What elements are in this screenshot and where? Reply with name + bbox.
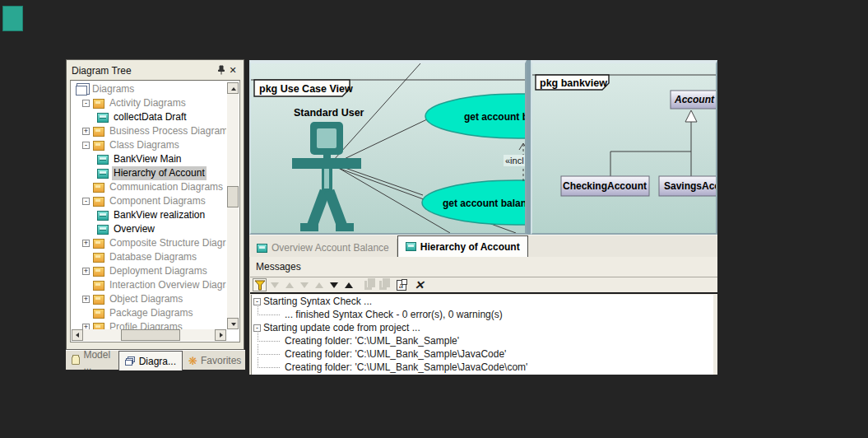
- expand-icon[interactable]: +: [82, 128, 90, 135]
- collapse-icon[interactable]: -: [82, 142, 90, 149]
- use-case-canvas[interactable]: pkg Use Case View get account ba: [251, 63, 525, 233]
- expand-icon[interactable]: +: [82, 324, 90, 329]
- tree-item-activity-diagrams[interactable]: -Activity Diagrams: [72, 96, 226, 110]
- tree-item-package-diagrams[interactable]: Package Diagrams: [72, 306, 226, 320]
- log-row[interactable]: ... finished Syntax Check - 0 error(s), …: [252, 308, 713, 321]
- scroll-left-icon[interactable]: [72, 329, 83, 341]
- database-diagrams-icon: [93, 253, 104, 263]
- select-all-icon[interactable]: a: [394, 278, 408, 291]
- class-account[interactable]: Account: [671, 91, 716, 109]
- jump-up-icon[interactable]: [282, 278, 296, 291]
- model-folder-icon: [72, 356, 80, 365]
- tree-item-communication-diagrams[interactable]: Communication Diagrams: [72, 180, 226, 194]
- messages-log: -Starting Syntax Check ... ... finished …: [251, 295, 713, 375]
- tree-item-deployment-diagrams[interactable]: +Deployment Diagrams: [72, 264, 226, 278]
- svg-text:pkg Use Case View: pkg Use Case View: [259, 83, 353, 95]
- scroll-right-icon[interactable]: [215, 329, 226, 341]
- component-diagram-icon: [97, 225, 109, 235]
- tree-item-diagrams[interactable]: Diagrams: [72, 82, 226, 96]
- horizontal-scrollbar[interactable]: [72, 329, 226, 341]
- class-diagram-icon: [97, 155, 109, 165]
- scrollbar-thumb[interactable]: [121, 329, 179, 341]
- jump-down-icon[interactable]: [267, 278, 281, 291]
- generalization-lines: [610, 122, 691, 176]
- tab-model[interactable]: Model ...: [66, 351, 118, 370]
- copy-icon[interactable]: [376, 278, 390, 291]
- deployment-diagrams-icon: [93, 267, 104, 277]
- tree-item-bankview-main[interactable]: BankView Main: [72, 152, 226, 166]
- interaction-overview-icon: [93, 281, 104, 291]
- tree-item-hierarchy-of-account[interactable]: Hierarchy of Account: [72, 166, 226, 180]
- tab-overview-account-balance[interactable]: Overview Account Balance: [249, 239, 397, 257]
- log-row[interactable]: Creating folder: 'C:\UML_Bank_Sample': [252, 334, 713, 347]
- svg-text:CheckingAccount: CheckingAccount: [563, 180, 647, 192]
- use-case-diagram-window[interactable]: pkg Use Case View get account ba: [249, 60, 527, 235]
- log-row[interactable]: Creating folder: 'C:\UML_Bank_Sample\Jav…: [252, 347, 713, 361]
- messages-panel: Messages a ✕ -Starting Syntax Check ... …: [249, 257, 717, 375]
- log-row[interactable]: Creating folder: 'C:\UML_Bank_Sample\Jav…: [252, 361, 713, 374]
- tree-item-overview[interactable]: Overview: [72, 222, 226, 236]
- jump-up-icon[interactable]: [341, 278, 355, 291]
- expand-icon[interactable]: +: [82, 296, 90, 303]
- scroll-down-icon[interactable]: [227, 318, 239, 329]
- collapse-icon[interactable]: -: [82, 198, 90, 205]
- left-panel-tab-bar: Model ... Diagra... ❋ Favorites: [66, 350, 245, 370]
- tree-item-composite-structure-diagrams[interactable]: +Composite Structure Diagrams: [72, 236, 226, 250]
- tree-item-database-diagrams[interactable]: Database Diagrams: [72, 250, 226, 264]
- tree-item-object-diagrams[interactable]: +Object Diagrams: [72, 292, 226, 306]
- diagram-tree-panel: Diagram Tree ✕ Diagrams -Activity Diagra…: [66, 59, 244, 350]
- tree-item-business-process-diagrams[interactable]: +Business Process Diagrams: [72, 124, 226, 138]
- actor-standard-user[interactable]: Standard User: [292, 107, 364, 231]
- scroll-up-icon[interactable]: [227, 82, 239, 94]
- expand-icon[interactable]: +: [82, 268, 90, 275]
- use-case-get-account-balance-1[interactable]: get account ba: [425, 94, 525, 138]
- activity-diagrams-icon: [93, 99, 104, 109]
- class-checking-account[interactable]: CheckingAccount: [561, 176, 649, 196]
- copy-icon[interactable]: [361, 278, 375, 291]
- object-diagrams-icon: [93, 295, 104, 305]
- class-savings-account[interactable]: SavingsAcc: [659, 176, 716, 196]
- close-icon[interactable]: ✕: [227, 65, 239, 76]
- tree-item-bankview-realization[interactable]: BankView realization: [72, 208, 226, 222]
- clear-messages-icon[interactable]: ✕: [412, 278, 426, 291]
- business-process-icon: [93, 127, 104, 137]
- tree-item-interaction-overview-diagrams[interactable]: Interaction Overview Diagrams: [72, 278, 226, 292]
- tree-item-class-diagrams[interactable]: -Class Diagrams: [72, 138, 226, 152]
- diagram-tree-header: Diagram Tree ✕: [67, 60, 244, 78]
- use-case-get-account-balance-2[interactable]: get account balan: [422, 180, 525, 225]
- scrollbar-thumb[interactable]: [227, 186, 239, 207]
- vertical-scrollbar[interactable]: [227, 82, 239, 329]
- tab-hierarchy-of-account[interactable]: Hierarchy of Account: [397, 235, 528, 257]
- tab-favorites[interactable]: ❋ Favorites: [183, 351, 247, 370]
- component-diagram-icon: [97, 211, 109, 221]
- frame-label: pkg Use Case View: [254, 80, 353, 96]
- diagram-tree-title: Diagram Tree: [72, 65, 216, 77]
- tree-item-component-diagrams[interactable]: -Component Diagrams: [72, 194, 226, 208]
- bankview-diagram-window[interactable]: pkg bankview Account CheckingAcco: [531, 60, 717, 235]
- tree-item-collectdata-draft[interactable]: collectData Draft: [72, 110, 226, 124]
- favorites-star-icon: ❋: [188, 356, 197, 366]
- jump-down-icon[interactable]: [327, 278, 341, 291]
- pin-icon[interactable]: [216, 65, 227, 77]
- include-dependency[interactable]: «incl: [504, 143, 525, 182]
- diagram-tree-list: Diagrams -Activity Diagrams collectData …: [70, 80, 240, 342]
- jump-down-icon[interactable]: [297, 278, 311, 291]
- diagram-workspace: pkg Use Case View get account ba: [249, 60, 717, 235]
- log-row[interactable]: -Starting Syntax Check ...: [252, 295, 713, 308]
- messages-title: Messages: [250, 257, 717, 277]
- collapse-icon[interactable]: -: [82, 100, 90, 107]
- svg-text:get account balan: get account balan: [443, 198, 525, 209]
- expand-icon[interactable]: +: [82, 240, 90, 247]
- tab-diagrams[interactable]: Diagra...: [118, 351, 183, 370]
- diagrams-root-icon: [76, 86, 87, 96]
- log-row[interactable]: -Starting update code from project ...: [252, 321, 713, 334]
- tree-item-profile-diagrams[interactable]: +Profile Diagrams: [72, 320, 226, 329]
- svg-text:pkg bankview: pkg bankview: [540, 77, 607, 89]
- overview-diagram-icon: [257, 244, 267, 253]
- bankview-canvas[interactable]: pkg bankview Account CheckingAcco: [532, 63, 716, 233]
- generalization-arrow: [685, 110, 697, 122]
- jump-up-icon[interactable]: [312, 278, 326, 291]
- profile-diagrams-icon: [93, 323, 104, 330]
- filter-icon[interactable]: [253, 278, 267, 291]
- composite-structure-icon: [93, 239, 104, 249]
